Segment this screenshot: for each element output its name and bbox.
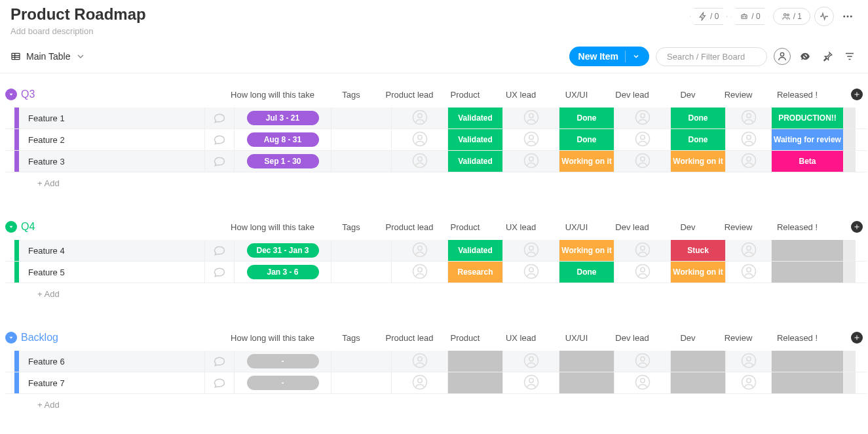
item-name[interactable]: Feature 5 [19,262,205,283]
board-title[interactable]: Product Roadmap [10,5,146,24]
cell-ux_lead[interactable] [503,108,559,128]
column-header[interactable]: Review [715,90,761,100]
hide-button[interactable] [797,49,813,64]
item-name[interactable]: Feature 4 [19,240,205,261]
group-title[interactable]: Q4 [21,221,224,233]
cell-dev_lead[interactable] [614,262,671,283]
cell-product[interactable] [448,372,503,393]
cell-dev[interactable]: Stuck [671,240,726,261]
cell-product_lead[interactable] [392,262,448,283]
chat-button[interactable] [205,372,235,393]
cell-review[interactable] [726,129,772,150]
cell-product[interactable]: Validated [448,240,503,261]
cell-product[interactable]: Research [448,262,503,283]
item-name[interactable]: Feature 1 [19,108,205,128]
cell-tags[interactable] [331,151,392,172]
collapse-button[interactable] [5,332,17,344]
cell-ux_ui[interactable]: Working on it [559,151,614,172]
cell-product_lead[interactable] [392,351,448,372]
cell-ux_ui[interactable] [559,372,614,393]
column-header[interactable]: How long will this take [224,90,321,100]
cell-tags[interactable] [331,351,392,372]
column-header[interactable]: Product [438,333,493,343]
cell-released[interactable] [772,372,844,393]
cell-dev[interactable] [671,372,726,393]
view-switcher[interactable]: Main Table [10,51,86,62]
column-header[interactable]: Dev [660,90,715,100]
add-row-button[interactable]: + Add [5,394,867,416]
cell-released[interactable]: Beta [772,151,844,172]
cell-dev_lead[interactable] [614,240,671,261]
board-description[interactable]: Add board description [10,26,146,36]
cell-ux_lead[interactable] [503,240,559,261]
cell-duration[interactable]: Sep 1 - 30 [235,151,331,172]
cell-duration[interactable]: Dec 31 - Jan 3 [235,240,331,261]
cell-dev_lead[interactable] [614,129,671,150]
column-header[interactable]: Tags [321,222,381,232]
cell-duration[interactable]: - [235,372,331,393]
cell-tags[interactable] [331,129,392,150]
column-header[interactable]: How long will this take [224,222,321,232]
cell-product_lead[interactable] [392,108,448,128]
column-header[interactable]: Product lead [381,90,438,100]
group-title[interactable]: Backlog [21,332,224,344]
activity-button[interactable] [814,7,834,26]
cell-dev[interactable]: Working on it [671,262,726,283]
cell-dev[interactable] [671,351,726,372]
group-title[interactable]: Q3 [21,89,224,100]
cell-ux_lead[interactable] [503,351,559,372]
item-name[interactable]: Feature 6 [19,351,205,372]
new-item-button[interactable]: New Item [569,47,649,66]
column-header[interactable]: Product lead [381,222,438,232]
table-row[interactable]: Feature 1Jul 3 - 21ValidatedDoneDonePROD… [5,108,867,129]
column-header[interactable]: Tags [321,333,381,343]
cell-review[interactable] [726,108,772,128]
item-name[interactable]: Feature 7 [19,372,205,393]
column-header[interactable]: UX lead [493,90,549,100]
cell-product_lead[interactable] [392,240,448,261]
column-header[interactable]: Review [715,222,761,232]
table-row[interactable]: Feature 6- [5,351,867,372]
table-row[interactable]: Feature 5Jan 3 - 6ResearchDoneWorking on… [5,262,867,283]
chevron-down-icon[interactable] [632,52,640,60]
cell-released[interactable] [772,240,844,261]
filter-button[interactable] [842,49,858,64]
table-row[interactable]: Feature 2Aug 8 - 31ValidatedDoneDoneWait… [5,129,867,151]
column-header[interactable]: Released ! [761,333,833,343]
cell-dev[interactable]: Done [671,108,726,128]
person-filter-button[interactable] [774,48,791,65]
add-row-button[interactable]: + Add [5,283,867,305]
automations-badge[interactable]: / 0 [690,8,727,25]
column-header[interactable]: UX lead [493,222,549,232]
cell-dev_lead[interactable] [614,151,671,172]
column-header[interactable]: Product lead [381,333,438,343]
more-options-button[interactable] [838,10,858,22]
collapse-button[interactable] [5,221,17,233]
cell-ux_lead[interactable] [503,129,559,150]
column-header[interactable]: Released ! [761,90,833,100]
column-header[interactable]: UX/UI [549,90,604,100]
chat-button[interactable] [205,129,235,150]
chat-button[interactable] [205,351,235,372]
search-input[interactable]: Search / Filter Board [656,47,767,66]
cell-tags[interactable] [331,372,392,393]
members-badge[interactable]: / 1 [773,8,810,25]
collapse-button[interactable] [5,89,17,100]
cell-ux_ui[interactable]: Working on it [559,240,614,261]
column-header[interactable]: How long will this take [224,333,321,343]
integrations-badge[interactable]: / 0 [731,8,768,25]
chat-button[interactable] [205,151,235,172]
chat-button[interactable] [205,108,235,128]
column-header[interactable]: Dev lead [604,90,660,100]
cell-dev[interactable]: Done [671,129,726,150]
cell-product[interactable]: Validated [448,151,503,172]
cell-product_lead[interactable] [392,129,448,150]
cell-product[interactable] [448,351,503,372]
cell-review[interactable] [726,262,772,283]
add-column-button[interactable] [851,332,863,344]
cell-review[interactable] [726,240,772,261]
cell-duration[interactable]: Aug 8 - 31 [235,129,331,150]
cell-review[interactable] [726,151,772,172]
cell-ux_ui[interactable] [559,351,614,372]
cell-ux_lead[interactable] [503,262,559,283]
